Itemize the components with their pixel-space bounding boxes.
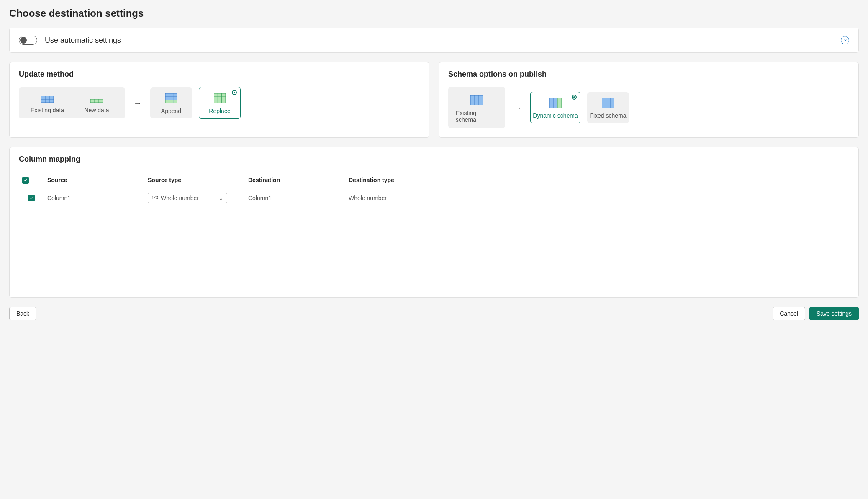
- select-all-checkbox[interactable]: ✓: [22, 177, 29, 184]
- number-type-icon: 1²3: [152, 195, 158, 200]
- update-method-card: Update method Existing data: [9, 62, 429, 138]
- toggle-knob: [20, 37, 27, 44]
- dynamic-schema-option[interactable]: Dynamic schema: [530, 92, 580, 123]
- footer: Back Cancel Save settings: [9, 307, 859, 320]
- help-icon[interactable]: ?: [841, 36, 849, 44]
- svg-rect-8: [165, 100, 177, 103]
- existing-data-tile: Existing data: [26, 93, 68, 113]
- dynamic-radio-icon: [572, 95, 577, 100]
- update-method-title: Update method: [19, 70, 420, 79]
- header-destination: Destination: [245, 172, 345, 188]
- row-source: Column1: [44, 188, 144, 208]
- fixed-schema-label: Fixed schema: [590, 112, 626, 119]
- replace-icon: [214, 93, 226, 103]
- row-destination-type: Whole number: [345, 188, 849, 208]
- fixed-schema-icon: [602, 98, 614, 108]
- append-icon: [165, 93, 177, 103]
- existing-data-icon: [41, 96, 54, 103]
- svg-rect-17: [470, 95, 483, 105]
- save-settings-button[interactable]: Save settings: [809, 307, 859, 320]
- auto-settings-toggle[interactable]: [19, 36, 37, 45]
- append-label: Append: [161, 108, 181, 114]
- table-row: ✓ Column1 1²3 Whole number ⌄ Column1 Who…: [19, 188, 849, 208]
- existing-schema-tile: Existing schema: [456, 92, 498, 123]
- source-type-value: Whole number: [161, 195, 199, 201]
- new-data-tile: New data: [76, 96, 118, 113]
- header-destination-type: Destination type: [345, 172, 849, 188]
- source-type-select[interactable]: 1²3 Whole number ⌄: [148, 193, 227, 203]
- header-source-type: Source type: [144, 172, 245, 188]
- schema-options-title: Schema options on publish: [448, 70, 849, 79]
- append-option[interactable]: Append: [150, 87, 192, 118]
- schema-options-card: Schema options on publish Existing schem…: [439, 62, 859, 138]
- column-mapping-card: Column mapping ✓ Source Source type Dest…: [9, 147, 859, 298]
- dynamic-schema-icon: [549, 98, 562, 108]
- new-data-icon: [90, 99, 103, 103]
- existing-schema-group: Existing schema: [448, 87, 505, 128]
- existing-schema-icon: [470, 95, 483, 105]
- svg-rect-23: [602, 98, 614, 108]
- chevron-down-icon: ⌄: [218, 195, 223, 201]
- fixed-schema-option[interactable]: Fixed schema: [587, 92, 629, 123]
- row-destination: Column1: [245, 188, 345, 208]
- new-data-label: New data: [84, 107, 109, 113]
- arrow-icon: →: [132, 98, 144, 108]
- page-title: Choose destination settings: [9, 8, 859, 19]
- svg-rect-4: [90, 99, 103, 103]
- existing-schema-label: Existing schema: [456, 110, 498, 123]
- existing-new-group: Existing data New data: [19, 87, 125, 118]
- existing-data-label: Existing data: [31, 107, 64, 113]
- svg-rect-21: [557, 98, 562, 108]
- auto-settings-card: Use automatic settings ?: [9, 28, 859, 53]
- back-button[interactable]: Back: [9, 307, 36, 320]
- header-source: Source: [44, 172, 144, 188]
- auto-settings-label: Use automatic settings: [45, 36, 121, 45]
- cancel-button[interactable]: Cancel: [773, 307, 805, 320]
- dynamic-schema-label: Dynamic schema: [533, 112, 578, 119]
- replace-radio-icon: [232, 90, 237, 95]
- replace-label: Replace: [209, 108, 230, 114]
- arrow-icon: →: [512, 103, 524, 113]
- row-checkbox[interactable]: ✓: [28, 195, 35, 201]
- column-mapping-title: Column mapping: [19, 155, 849, 164]
- column-mapping-table: ✓ Source Source type Destination Destina…: [19, 172, 849, 208]
- replace-option[interactable]: Replace: [199, 87, 241, 119]
- svg-rect-12: [214, 93, 226, 103]
